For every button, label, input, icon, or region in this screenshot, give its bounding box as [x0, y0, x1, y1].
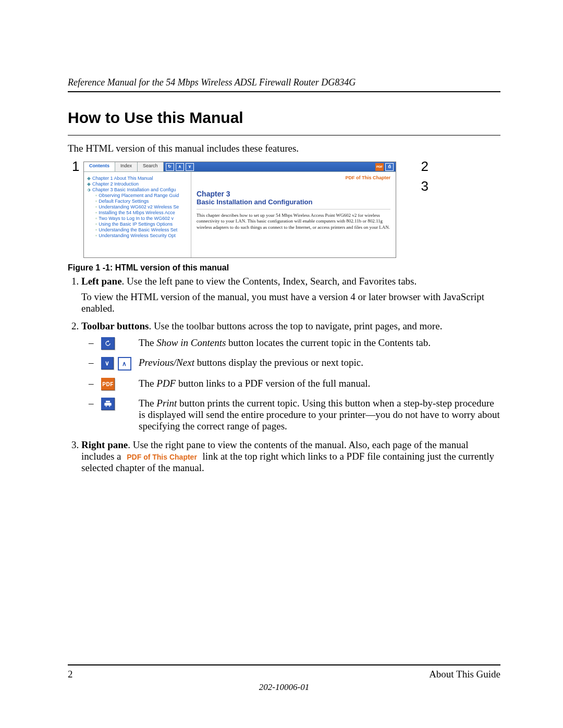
next-icon[interactable]: ∨: [186, 163, 194, 171]
figure-screenshot: 1 2 3 Contents Index Search ↻ ∧ ∨ PDF: [83, 162, 417, 258]
toc-sub-b[interactable]: ▫Default Factory Settings: [95, 199, 189, 204]
page-icon: ▫: [95, 199, 97, 204]
callout-2: 2: [421, 158, 429, 175]
toc-sub-g[interactable]: ▫Understanding the Basic Wireless Set: [95, 227, 189, 232]
pdf-of-chapter-link[interactable]: PDF of This Chapter: [197, 175, 390, 180]
page-title: How to Use this Manual: [68, 109, 500, 127]
toolbar-sublist: – The Show in Contents button locates th…: [81, 337, 500, 432]
toc-sub-e[interactable]: ▫Two Ways to Log In to the WG602 v: [95, 216, 189, 221]
intro-paragraph: The HTML version of this manual includes…: [68, 143, 500, 154]
title-rule: [68, 135, 500, 135]
footer-rule: [68, 664, 500, 665]
header-rule: [68, 91, 500, 92]
numbered-list: Left pane. Use the left pane to view the…: [68, 276, 500, 474]
running-header: Reference Manual for the 54 Mbps Wireles…: [68, 77, 500, 88]
page-footer: 2 About This Guide 202-10006-01: [68, 660, 500, 693]
sub-pdf: – PDF The PDF button links to a PDF vers…: [89, 378, 500, 390]
page-icon: ▫: [95, 233, 97, 238]
show-in-contents-icon[interactable]: ↻: [166, 163, 174, 171]
list-item-left-pane: Left pane. Use the left pane to view the…: [81, 276, 500, 314]
book-icon: ◆: [87, 181, 91, 187]
print-icon: [101, 398, 115, 410]
page-number: 2: [68, 669, 73, 680]
page-icon: ▫: [95, 216, 97, 221]
list-item-right-pane: Right pane. Use the right pane to view t…: [81, 439, 500, 474]
toc-chapter-3[interactable]: ⬗Chapter 3 Basic Installation and Config…: [87, 187, 189, 192]
page-icon: ▫: [95, 210, 97, 215]
callout-3: 3: [421, 178, 429, 194]
open-book-icon: ⬗: [87, 187, 91, 192]
help-left-pane: ◆Chapter 1 About This Manual ◆Chapter 2 …: [84, 172, 191, 257]
pdf-of-chapter-inline-link[interactable]: PDF of This Chapter: [124, 453, 200, 461]
toc-sub-f[interactable]: ▫Using the Basic IP Settings Options: [95, 221, 189, 227]
toc-sub-d[interactable]: ▫Installing the 54 Mbps Wireless Acce: [95, 210, 189, 215]
sub-show-in-contents: – The Show in Contents button locates th…: [89, 337, 500, 350]
chapter-rule: [197, 209, 390, 209]
chapter-title: Basic Installation and Configuration: [197, 198, 390, 206]
prev-icon[interactable]: ∧: [176, 163, 184, 171]
page-icon: ▫: [95, 204, 97, 209]
next-topic-icon: ∨: [101, 357, 114, 369]
help-right-pane: PDF of This Chapter Chapter 3 Basic Inst…: [191, 172, 396, 257]
toc-sub-h[interactable]: ▫Understanding Wireless Security Opt: [95, 233, 189, 238]
pdf-icon[interactable]: PDF: [375, 163, 384, 171]
print-icon[interactable]: ⎙: [385, 163, 394, 171]
left-pane-note: To view the HTML version of the manual, …: [81, 291, 500, 314]
callout-1: 1: [72, 158, 79, 175]
tab-index[interactable]: Index: [115, 162, 138, 171]
footer-section: About This Guide: [429, 669, 500, 680]
show-in-contents-icon: [101, 337, 115, 350]
list-item-toolbar: Toolbar buttons. Use the toolbar buttons…: [81, 320, 500, 432]
pdf-icon: PDF: [101, 378, 115, 390]
figure-caption: Figure 1 -1: HTML version of this manual: [68, 263, 500, 273]
tab-search[interactable]: Search: [138, 162, 164, 171]
toc-sub-a[interactable]: ▫Observing Placement and Range Guid: [95, 193, 189, 198]
book-icon: ◆: [87, 176, 91, 181]
help-tab-bar: Contents Index Search ↻ ∧ ∨ PDF ⎙: [84, 162, 396, 172]
chapter-body: This chapter describes how to set up you…: [197, 213, 390, 230]
tab-contents[interactable]: Contents: [84, 162, 115, 171]
page-icon: ▫: [95, 221, 97, 227]
page-icon: ▫: [95, 193, 97, 198]
document-number: 202-10006-01: [68, 682, 500, 693]
toc-chapter-2[interactable]: ◆Chapter 2 Introduction: [87, 181, 189, 187]
prev-topic-icon: ∧: [118, 357, 131, 371]
toc-sub-c[interactable]: ▫Understanding WG602 v2 Wireless Se: [95, 204, 189, 209]
chapter-number: Chapter 3: [197, 190, 390, 198]
sub-prev-next: – ∨ ∧ Previous/Next buttons display the …: [89, 357, 500, 371]
help-viewer-screenshot: Contents Index Search ↻ ∧ ∨ PDF ⎙ ◆Chapt: [83, 162, 396, 258]
page-icon: ▫: [95, 227, 97, 232]
help-toolbar: ↻ ∧ ∨ PDF ⎙: [164, 162, 396, 171]
sub-print: – The Print button prints the current to…: [89, 398, 500, 432]
toc-chapter-1[interactable]: ◆Chapter 1 About This Manual: [87, 176, 189, 181]
